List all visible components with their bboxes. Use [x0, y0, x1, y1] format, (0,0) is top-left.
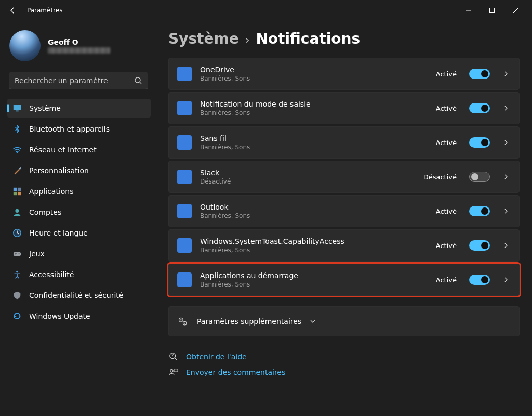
send-feedback-link[interactable]: Envoyer des commentaires — [168, 368, 520, 377]
additional-settings-row[interactable]: Paramètres supplémentaires — [168, 306, 520, 336]
svg-line-3 — [140, 82, 141, 84]
sidebar-item-label: Confidentialité et sécurité — [29, 291, 123, 300]
notification-app-row[interactable]: Applications au démarrageBannières, Sons… — [168, 264, 520, 296]
app-labels: SlackDésactivé — [200, 168, 415, 185]
notification-app-row[interactable]: SlackDésactivéDésactivé — [168, 161, 520, 193]
svg-rect-24 — [174, 369, 178, 372]
maximize-button[interactable] — [480, 2, 504, 19]
chevron-right-icon[interactable] — [503, 139, 511, 146]
send-feedback-label: Envoyer des commentaires — [186, 368, 285, 376]
svg-point-17 — [180, 319, 181, 320]
chevron-right-icon[interactable] — [503, 242, 511, 249]
sidebar-item-brush[interactable]: Personnalisation — [7, 161, 151, 180]
svg-rect-9 — [14, 192, 17, 195]
close-button[interactable] — [504, 2, 528, 19]
sidebar-item-label: Personnalisation — [29, 166, 89, 175]
svg-text:?: ? — [171, 353, 174, 358]
sidebar-item-gamepad[interactable]: Jeux — [7, 244, 151, 263]
sidebar-item-monitor[interactable]: Système — [7, 99, 151, 118]
maximize-icon — [489, 8, 495, 13]
chevron-right-icon[interactable] — [503, 105, 511, 111]
svg-rect-4 — [14, 105, 21, 110]
sidebar-item-clock[interactable]: Heure et langue — [7, 224, 151, 242]
chevron-right-icon[interactable] — [503, 277, 511, 283]
monitor-icon — [12, 103, 22, 113]
breadcrumb: Système › Notifications — [168, 30, 520, 47]
svg-point-6 — [17, 152, 18, 153]
toggle-switch[interactable] — [469, 103, 490, 113]
sidebar-item-shield[interactable]: Confidentialité et sécurité — [7, 286, 151, 305]
breadcrumb-current: Notifications — [256, 30, 360, 47]
sidebar-item-wifi[interactable]: Réseau et Internet — [7, 140, 151, 159]
toggle-switch[interactable] — [469, 137, 490, 148]
minimize-icon — [466, 8, 471, 13]
profile-email-blurred — [48, 47, 110, 54]
minimize-button[interactable] — [456, 2, 480, 19]
back-button[interactable] — [4, 2, 21, 19]
help-icon: ? — [168, 352, 179, 361]
notification-app-row[interactable]: OutlookBannières, SonsActivé — [168, 195, 520, 227]
close-icon — [513, 8, 518, 13]
sidebar-item-label: Réseau et Internet — [29, 146, 97, 154]
titlebar: Paramètres — [0, 0, 532, 21]
svg-rect-7 — [14, 188, 17, 191]
sidebar-nav: SystèmeBluetooth et appareilsRéseau et I… — [7, 99, 151, 326]
profile-name: Geoff O — [48, 38, 110, 46]
notification-app-list: OneDriveBannières, SonsActivéNotificatio… — [168, 58, 520, 296]
svg-point-14 — [19, 253, 20, 254]
shield-icon — [12, 291, 22, 300]
bluetooth-icon — [12, 124, 22, 134]
toggle-state-label: Désactivé — [423, 173, 457, 181]
sidebar-item-account[interactable]: Comptes — [7, 203, 151, 222]
sidebar-item-label: Windows Update — [29, 312, 90, 320]
notification-app-row[interactable]: Sans filBannières, SonsActivé — [168, 126, 520, 159]
app-icon — [177, 170, 192, 184]
search-icon — [134, 76, 142, 85]
toggle-state-label: Activé — [436, 242, 457, 250]
app-icon — [177, 67, 192, 81]
app-subtitle: Bannières, Sons — [200, 212, 428, 219]
toggle-switch[interactable] — [469, 69, 490, 79]
svg-rect-10 — [18, 192, 21, 195]
svg-point-11 — [15, 209, 19, 213]
notification-app-row[interactable]: Windows.SystemToast.CapabilityAccessBann… — [168, 229, 520, 262]
notification-app-row[interactable]: OneDriveBannières, SonsActivé — [168, 58, 520, 90]
app-title: Sans fil — [200, 134, 428, 142]
app-subtitle: Bannières, Sons — [200, 144, 428, 151]
app-labels: Applications au démarrageBannières, Sons — [200, 271, 428, 288]
app-labels: Sans filBannières, Sons — [200, 134, 428, 151]
get-help-label: Obtenir de l'aide — [186, 353, 247, 361]
toggle-switch[interactable] — [469, 172, 490, 182]
svg-point-15 — [16, 271, 18, 273]
app-icon — [177, 101, 192, 115]
feedback-icon — [168, 368, 179, 377]
chevron-right-icon[interactable] — [503, 208, 511, 214]
toggle-state-label: Activé — [436, 70, 457, 78]
app-icon — [177, 204, 192, 218]
svg-rect-5 — [16, 111, 18, 112]
sidebar-item-update[interactable]: Windows Update — [7, 307, 151, 326]
breadcrumb-parent[interactable]: Système — [168, 30, 239, 47]
search-input[interactable]: Rechercher un paramètre — [9, 72, 148, 89]
gamepad-icon — [12, 249, 22, 258]
get-help-link[interactable]: ? Obtenir de l'aide — [168, 352, 520, 361]
notification-app-row[interactable]: Notification du mode de saisieBannières,… — [168, 92, 520, 124]
sidebar-item-accessibility[interactable]: Accessibilité — [7, 265, 151, 284]
sidebar: Geoff O Rechercher un paramètre SystèmeB… — [0, 21, 156, 416]
svg-point-2 — [135, 77, 140, 83]
chevron-right-icon: › — [245, 33, 250, 46]
sidebar-item-bluetooth[interactable]: Bluetooth et appareils — [7, 120, 151, 138]
profile-block[interactable]: Geoff O — [7, 26, 151, 70]
sidebar-item-apps[interactable]: Applications — [7, 182, 151, 201]
gears-icon — [177, 316, 189, 327]
toggle-switch[interactable] — [469, 240, 490, 251]
app-title: Windows.SystemToast.CapabilityAccess — [200, 237, 428, 245]
toggle-switch[interactable] — [469, 275, 490, 285]
chevron-right-icon[interactable] — [503, 71, 511, 77]
toggle-switch[interactable] — [469, 206, 490, 216]
app-title: Applications au démarrage — [200, 271, 428, 280]
app-icon — [177, 238, 192, 253]
chevron-right-icon[interactable] — [503, 174, 511, 180]
toggle-state-label: Activé — [436, 139, 457, 147]
main-content: Système › Notifications OneDriveBannière… — [156, 21, 532, 416]
